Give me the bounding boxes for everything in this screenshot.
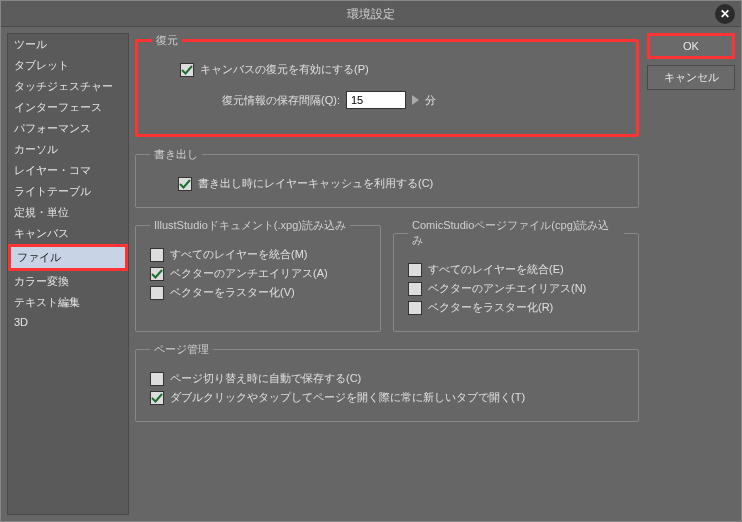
comic-merge-checkbox[interactable] [408, 263, 422, 277]
comic-merge-label: すべてのレイヤーを統合(E) [428, 262, 564, 277]
comic-vector-raster-checkbox[interactable] [408, 301, 422, 315]
illust-merge-checkbox[interactable] [150, 248, 164, 262]
ok-button[interactable]: OK [647, 33, 735, 59]
illuststudio-group: IllustStudioドキュメント(.xpg)読み込み すべてのレイヤーを統合… [135, 218, 381, 332]
comic-vector-aa-label: ベクターのアンチエイリアス(N) [428, 281, 586, 296]
sidebar-item-light-table[interactable]: ライトテーブル [8, 181, 128, 202]
illust-vector-raster-checkbox[interactable] [150, 286, 164, 300]
page-newtab-checkbox[interactable] [150, 391, 164, 405]
export-cache-checkbox[interactable] [178, 177, 192, 191]
page-autosave-label: ページ切り替え時に自動で保存する(C) [170, 371, 361, 386]
restore-group: 復元 キャンバスの復元を有効にする(P) 復元情報の保存間隔(Q): 分 [135, 33, 639, 137]
page-newtab-label: ダブルクリックやタップしてページを開く際に常に新しいタブで開く(T) [170, 390, 525, 405]
export-legend: 書き出し [150, 147, 202, 162]
sidebar-item-color-convert[interactable]: カラー変換 [8, 271, 128, 292]
sidebar-item-layer-panel[interactable]: レイヤー・コマ [8, 160, 128, 181]
dialog-title: 環境設定 [347, 7, 395, 21]
preferences-dialog: 環境設定 ✕ ツール タブレット タッチジェスチャー インターフェース パフォー… [0, 0, 742, 522]
page-autosave-checkbox[interactable] [150, 372, 164, 386]
comic-vector-raster-label: ベクターをラスター化(R) [428, 300, 553, 315]
category-sidebar: ツール タブレット タッチジェスチャー インターフェース パフォーマンス カーソ… [7, 33, 129, 515]
illuststudio-legend: IllustStudioドキュメント(.xpg)読み込み [150, 218, 350, 233]
sidebar-item-3d[interactable]: 3D [8, 313, 128, 331]
titlebar: 環境設定 ✕ [1, 1, 741, 27]
page-management-group: ページ管理 ページ切り替え時に自動で保存する(C) ダブルクリックやタップしてペ… [135, 342, 639, 422]
illust-vector-aa-checkbox[interactable] [150, 267, 164, 281]
sidebar-item-file[interactable]: ファイル [8, 244, 128, 271]
check-icon [151, 392, 163, 404]
sidebar-item-canvas[interactable]: キャンバス [8, 223, 128, 244]
restore-legend: 復元 [152, 33, 182, 48]
comicstudio-group: ComicStudioページファイル(cpg)読み込み すべてのレイヤーを統合(… [393, 218, 639, 332]
sidebar-item-tool[interactable]: ツール [8, 34, 128, 55]
check-icon [181, 64, 193, 76]
sidebar-item-interface[interactable]: インターフェース [8, 97, 128, 118]
check-icon [179, 178, 191, 190]
restore-interval-input[interactable] [346, 91, 406, 109]
restore-interval-label: 復元情報の保存間隔(Q): [222, 93, 340, 108]
close-icon: ✕ [720, 1, 730, 27]
comic-vector-aa-checkbox[interactable] [408, 282, 422, 296]
sidebar-item-text-edit[interactable]: テキスト編集 [8, 292, 128, 313]
illust-vector-aa-label: ベクターのアンチエイリアス(A) [170, 266, 328, 281]
sidebar-item-tablet[interactable]: タブレット [8, 55, 128, 76]
illust-vector-raster-label: ベクターをラスター化(V) [170, 285, 295, 300]
illust-merge-label: すべてのレイヤーを統合(M) [170, 247, 308, 262]
interval-stepper-icon[interactable] [412, 95, 419, 105]
comicstudio-legend: ComicStudioページファイル(cpg)読み込み [408, 218, 624, 248]
check-icon [151, 268, 163, 280]
main-panel: OK キャンセル 復元 キャンバスの復元を有効にする(P) 復元情報の保存間隔(… [135, 33, 735, 515]
close-button[interactable]: ✕ [715, 4, 735, 24]
sidebar-item-touch-gesture[interactable]: タッチジェスチャー [8, 76, 128, 97]
cancel-button[interactable]: キャンセル [647, 65, 735, 90]
page-legend: ページ管理 [150, 342, 213, 357]
export-cache-label: 書き出し時にレイヤーキャッシュを利用する(C) [198, 176, 433, 191]
sidebar-item-performance[interactable]: パフォーマンス [8, 118, 128, 139]
sidebar-item-cursor[interactable]: カーソル [8, 139, 128, 160]
restore-interval-unit: 分 [425, 93, 436, 108]
export-group: 書き出し 書き出し時にレイヤーキャッシュを利用する(C) [135, 147, 639, 208]
enable-restore-label: キャンバスの復元を有効にする(P) [200, 62, 369, 77]
sidebar-item-ruler-unit[interactable]: 定規・単位 [8, 202, 128, 223]
enable-restore-checkbox[interactable] [180, 63, 194, 77]
